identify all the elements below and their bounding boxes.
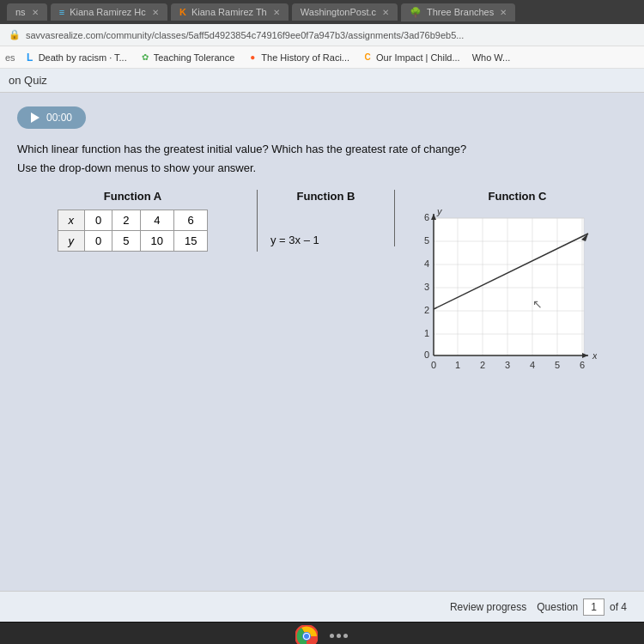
svg-text:1: 1	[455, 360, 460, 370]
function-b-label: Function B	[270, 190, 381, 203]
svg-text:3: 3	[505, 360, 510, 370]
table-row-y: y 0 5 10 15	[58, 230, 208, 251]
bookmark-our-impact[interactable]: C Our Impact | Child...	[358, 50, 464, 65]
function-a-label: Function A	[17, 190, 248, 203]
review-progress-button[interactable]: Review progress	[450, 601, 526, 613]
x-val-4: 4	[140, 210, 173, 230]
x-val-2: 2	[112, 210, 140, 230]
svg-text:5: 5	[424, 235, 429, 246]
svg-text:4: 4	[424, 258, 429, 269]
bookmarks-label: es	[5, 52, 15, 63]
svg-text:4: 4	[530, 360, 535, 370]
svg-text:2: 2	[424, 305, 429, 315]
tab-three-branches[interactable]: 🌳 Three Branches ✕	[401, 3, 515, 21]
bookmark-icon-L: L	[24, 52, 36, 64]
browser-tabs: ns ✕ ≡ Kiana Ramirez Hc ✕ K Kiana Ramire…	[0, 0, 644, 24]
lock-icon: 🔒	[9, 29, 21, 40]
bookmark-label: Teaching Tolerance	[154, 52, 235, 63]
y-label: y	[58, 230, 85, 251]
bookmarks-bar: es L Death by racism · T... ✿ Teaching T…	[0, 46, 644, 69]
bookmark-icon-circle: ●	[246, 52, 258, 64]
svg-text:0: 0	[431, 360, 436, 370]
tab-ns[interactable]: ns ✕	[7, 3, 47, 21]
svg-text:↖: ↖	[532, 297, 543, 311]
chrome-taskbar-icon[interactable]	[295, 625, 318, 645]
y-val-15: 15	[173, 230, 207, 251]
svg-text:3: 3	[424, 282, 429, 292]
function-a-table: x 0 2 4 6 y 0 5 10 15	[58, 210, 209, 252]
svg-rect-0	[434, 218, 584, 355]
question-line2: Use the drop-down menus to show your ans…	[17, 161, 627, 174]
bookmark-icon-star: ✿	[139, 52, 151, 64]
svg-text:6: 6	[580, 360, 585, 370]
graph-svg: 0 1 2 3 4 5 6 x 0 1 2 3 4 5 6 y	[408, 210, 597, 390]
tab-kiana-th[interactable]: K Kiana Ramirez Th ✕	[171, 3, 289, 21]
function-c: Function C	[395, 190, 627, 390]
y-val-5: 5	[112, 230, 140, 251]
audio-time: 00:00	[46, 112, 72, 124]
graph-wrapper: 0 1 2 3 4 5 6 x 0 1 2 3 4 5 6 y	[408, 210, 627, 390]
svg-point-41	[304, 634, 309, 639]
address-bar[interactable]: 🔒 savvasrealize.com/community/classes/5a…	[0, 24, 644, 46]
question-label: Question	[537, 601, 578, 613]
bookmark-icon-c: C	[361, 52, 374, 64]
svg-marker-18	[431, 214, 436, 220]
svg-text:6: 6	[424, 212, 429, 222]
y-val-0: 0	[85, 230, 112, 251]
bottom-bar: Review progress Question 1 of 4	[0, 591, 644, 622]
function-c-label: Function C	[408, 190, 627, 203]
svg-text:y: y	[436, 210, 443, 216]
of-label: of 4	[610, 601, 627, 613]
quiz-area: 00:00 Which linear function has the grea…	[0, 93, 644, 591]
bookmark-label: Death by racism · T...	[39, 52, 127, 63]
question-indicator: Question 1 of 4	[537, 598, 627, 616]
function-b: Function B y = 3x – 1	[258, 190, 395, 246]
tab-kiana-hc[interactable]: ≡ Kiana Ramirez Hc ✕	[51, 3, 167, 21]
svg-text:0: 0	[424, 349, 429, 360]
page-header: on Quiz	[0, 69, 644, 93]
bookmark-label: The History of Raci...	[261, 52, 349, 63]
svg-text:2: 2	[480, 360, 485, 370]
svg-text:1: 1	[424, 328, 429, 338]
url-text: savvasrealize.com/community/classes/5aff…	[26, 30, 464, 40]
bookmark-label: Who W...	[472, 52, 511, 63]
bookmark-death-racism[interactable]: L Death by racism · T...	[21, 50, 131, 65]
bookmark-label: Our Impact | Child...	[376, 52, 460, 63]
function-a: Function A x 0 2 4 6 y 0 5 10 15	[17, 190, 258, 252]
table-row-x: x 0 2 4 6	[58, 210, 208, 230]
x-val-0: 0	[85, 210, 112, 230]
svg-marker-17	[582, 353, 588, 358]
svg-text:x: x	[592, 350, 597, 361]
bookmark-teaching-tolerance[interactable]: ✿ Teaching Tolerance	[136, 50, 239, 65]
svg-text:5: 5	[555, 360, 560, 370]
question-line1: Which linear function has the greatest i…	[17, 141, 627, 158]
x-label: x	[58, 210, 85, 230]
functions-container: Function A x 0 2 4 6 y 0 5 10 15	[17, 190, 627, 390]
x-val-6: 6	[173, 210, 207, 230]
tab-washpost[interactable]: WashingtonPost.c ✕	[292, 3, 398, 21]
taskbar	[0, 622, 644, 644]
dots-taskbar-icon	[328, 626, 349, 645]
bookmark-who-w[interactable]: Who W...	[469, 51, 514, 64]
bookmark-history-raci[interactable]: ● The History of Raci...	[243, 50, 353, 65]
page-title: on Quiz	[9, 74, 47, 87]
audio-player[interactable]: 00:00	[17, 106, 86, 129]
question-number: 1	[583, 598, 605, 616]
play-button[interactable]	[31, 112, 39, 123]
function-b-equation: y = 3x – 1	[270, 234, 381, 246]
y-val-10: 10	[140, 230, 173, 251]
